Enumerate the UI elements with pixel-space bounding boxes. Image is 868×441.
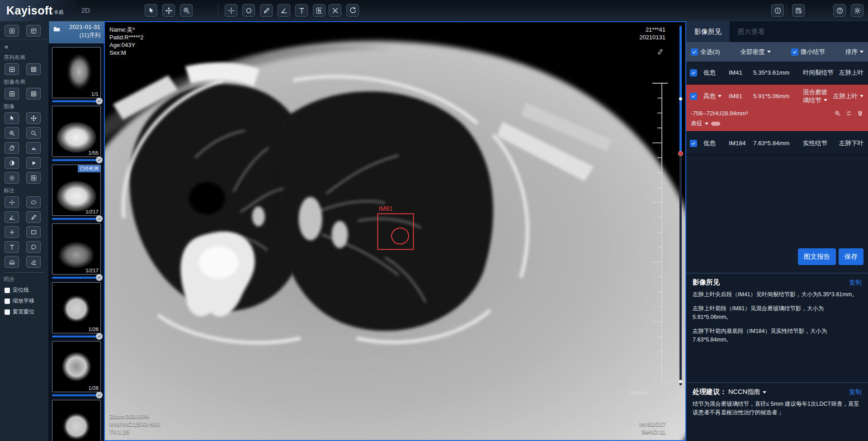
flip-button[interactable] <box>26 142 41 154</box>
series-thumbnail[interactable]: 1/28 <box>52 341 101 392</box>
eraser-button[interactable] <box>26 256 41 268</box>
advice-section: 处理建议： NCCN指南 复制 结节为混合磨玻璃结节，直径≤ 5mm 建议每年1… <box>686 382 868 441</box>
ct-viewport[interactable]: IM81 150mm Name:吴* Patid:R*****2 Age:043… <box>104 21 686 441</box>
nodule-type-dropdown[interactable]: 混合磨玻璃结节 <box>803 88 833 104</box>
locate-nodule-icon[interactable] <box>834 110 841 117</box>
reset-button[interactable] <box>346 4 359 17</box>
window-level-tool-button[interactable] <box>313 4 326 17</box>
brightness-button[interactable] <box>5 172 19 184</box>
copy-advice-link[interactable]: 复制 <box>849 388 862 396</box>
series-thumbnail[interactable]: 1/28 <box>52 282 101 333</box>
series-list-button[interactable] <box>5 25 19 37</box>
help-button[interactable] <box>833 4 846 17</box>
current-slice-handle[interactable] <box>678 151 683 156</box>
image-grid-2x2-button[interactable] <box>5 88 19 100</box>
series-layout-button[interactable] <box>26 25 41 37</box>
zoom-pan-checkbox[interactable] <box>5 299 10 304</box>
save-button[interactable] <box>792 4 805 17</box>
pointer-button[interactable] <box>5 112 19 124</box>
marker-rectangle-button[interactable] <box>26 226 41 238</box>
compare-icon[interactable] <box>845 110 852 117</box>
micro-nodule-label[interactable]: 微小结节 <box>801 48 825 56</box>
marker-comment-button[interactable] <box>26 241 41 253</box>
sync-option-window[interactable]: 窗宽窗位 <box>0 308 48 316</box>
zoom-in-button[interactable] <box>5 127 19 139</box>
series-thumbnail[interactable]: 1/217 <box>52 223 101 275</box>
series-number: SeNO:11 <box>639 428 665 436</box>
copy-findings-link[interactable]: 复制 <box>849 279 862 287</box>
series-thumbnail[interactable]: 1/1 <box>52 47 101 98</box>
magnifier-button[interactable] <box>26 127 41 139</box>
marker-crosshair-button[interactable] <box>5 196 19 208</box>
angle-tool-button[interactable] <box>278 4 290 17</box>
toolbar-group-right <box>771 4 784 17</box>
localizer-checkbox[interactable] <box>5 288 10 293</box>
settings-button[interactable] <box>851 4 863 17</box>
nodule-row[interactable]: 低危 IM41 5.35*3.61mm 叶间裂结节 左肺上叶 <box>686 62 868 85</box>
pan-tool-button[interactable] <box>162 4 175 17</box>
tab-image-view[interactable]: 图片查看 <box>730 21 773 42</box>
marker-text-button[interactable] <box>5 241 19 253</box>
folder-icon <box>52 25 61 35</box>
chevron-down-icon <box>860 51 863 53</box>
nodule-location-dropdown[interactable]: 左肺上叶 <box>833 92 863 100</box>
marker-cross-button[interactable] <box>5 226 19 238</box>
feature-toggle[interactable] <box>711 122 720 126</box>
series-thumbnail[interactable] <box>52 400 101 441</box>
slice-position-overlay: Im:81/217 SeNO:11 <box>639 420 665 436</box>
guideline-dropdown[interactable]: NCCN指南 <box>728 388 766 396</box>
pointer-tool-button[interactable] <box>145 4 157 17</box>
sync-option-localizer[interactable]: 定位线 <box>0 286 48 294</box>
slice-scrollbar[interactable] <box>679 26 682 385</box>
link-icon[interactable] <box>657 48 664 57</box>
series-thumbnail-active[interactable]: 已经检测 1/217 <box>52 165 101 216</box>
zoom-in-tool-button[interactable] <box>180 4 193 17</box>
delete-annotation-button[interactable] <box>329 4 341 17</box>
cine-play-button[interactable] <box>26 157 41 169</box>
text-tool-button[interactable] <box>295 4 308 17</box>
advice-text: 结节为混合磨玻璃结节，直径≤ 5mm 建议每年1次LDCT筛查，直至该患者不再是… <box>693 400 862 417</box>
circle-tool-button[interactable] <box>242 4 255 17</box>
sync-option-zoom-pan[interactable]: 缩放平移 <box>0 297 48 305</box>
series-header[interactable]: 2021-01-31 (11)序列 <box>49 21 104 43</box>
findings-title: 影像所见 <box>693 278 720 287</box>
trash-icon[interactable] <box>857 110 863 117</box>
scale-label: 150mm <box>628 389 647 396</box>
pan-button[interactable] <box>26 112 41 124</box>
save-findings-button[interactable]: 保存 <box>839 248 863 265</box>
scrollbar-marker <box>679 97 682 100</box>
crosshair-tool-button[interactable] <box>225 4 237 17</box>
sort-dropdown[interactable]: 排序 <box>845 48 863 56</box>
collapse-panel-button[interactable]: « <box>0 40 48 51</box>
window-preset-button[interactable] <box>26 172 41 184</box>
ct-image[interactable]: IM81 150mm <box>105 22 685 440</box>
slice-thickness: Th:1.25 <box>109 428 160 436</box>
select-all-checkbox[interactable] <box>691 48 698 56</box>
nodule-checkbox[interactable] <box>690 140 697 147</box>
nodule-risk-dropdown[interactable]: 高危 <box>703 92 729 100</box>
marker-angle-button[interactable] <box>5 211 19 223</box>
feature-dropdown[interactable]: 表征 <box>691 119 708 128</box>
select-all-label[interactable]: 全选(3) <box>700 48 720 56</box>
nodule-checkbox[interactable] <box>690 69 697 76</box>
window-checkbox[interactable] <box>5 309 10 315</box>
nodule-row[interactable]: 低危 IM184 7.63*5.84mm 实性结节 左肺下叶 <box>686 132 868 155</box>
micro-nodule-checkbox[interactable] <box>791 48 798 56</box>
series-thumbnail[interactable]: 1/55 <box>52 106 101 157</box>
tab-image-findings[interactable]: 影像所见 <box>686 21 730 42</box>
series-grid-2x2-button[interactable] <box>5 63 19 75</box>
nodule-row-selected[interactable]: 高危 IM81 5.91*5.06mm 混合磨玻璃结节 左肺上叶 -756--7… <box>686 85 868 132</box>
marker-ellipse-button[interactable] <box>26 196 41 208</box>
pencil-tool-button[interactable] <box>260 4 273 17</box>
density-dropdown[interactable]: 全部密度 <box>741 48 771 56</box>
nodule-checkbox[interactable] <box>690 93 697 100</box>
series-grid-3x3-button[interactable] <box>26 63 41 75</box>
report-warning-button[interactable] <box>771 4 784 17</box>
marker-freehand-button[interactable] <box>5 256 19 268</box>
rotate-image-button[interactable] <box>5 142 19 154</box>
image-grid-3x3-button[interactable] <box>26 88 41 100</box>
image-index: Im:81/217 <box>639 420 665 428</box>
invert-button[interactable] <box>5 157 19 169</box>
report-button[interactable]: 图文报告 <box>798 248 836 265</box>
marker-ruler-button[interactable] <box>26 211 41 223</box>
